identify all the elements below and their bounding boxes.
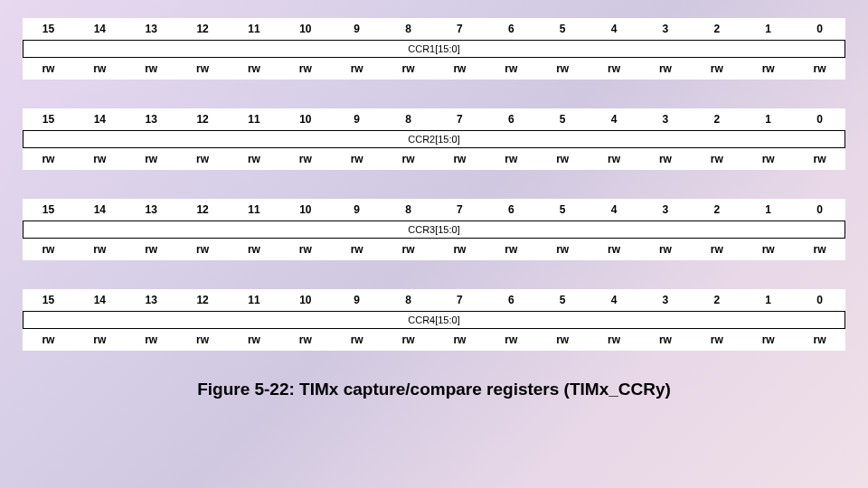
rw-label: rw — [331, 153, 382, 165]
bit-label: 2 — [691, 203, 742, 216]
rw-label: rw — [589, 333, 640, 346]
bit-label: 11 — [229, 203, 280, 216]
rw-label: rw — [537, 243, 589, 256]
register-block-ccr4: 15 14 13 12 11 10 9 8 7 6 5 4 3 2 1 0 CC… — [23, 289, 845, 351]
bit-label: 10 — [279, 23, 331, 35]
bit-label: 9 — [331, 294, 382, 306]
bit-label: 12 — [177, 294, 229, 306]
rw-label: rw — [640, 153, 692, 165]
bit-header-row: 15 14 13 12 11 10 9 8 7 6 5 4 3 2 1 0 — [23, 108, 845, 130]
rw-label: rw — [382, 333, 434, 346]
bit-label: 14 — [74, 113, 126, 126]
rw-label: rw — [486, 62, 537, 75]
rw-label: rw — [742, 62, 794, 75]
bit-label: 6 — [486, 113, 537, 126]
rw-label: rw — [229, 62, 280, 75]
figure-caption: Figure 5-22: TIMx capture/compare regist… — [23, 380, 845, 399]
bit-label: 10 — [279, 113, 331, 126]
bit-label: 15 — [23, 113, 74, 126]
bit-label: 14 — [74, 23, 126, 35]
bit-label: 11 — [229, 294, 280, 306]
rw-label: rw — [794, 62, 845, 75]
rw-row: rw rw rw rw rw rw rw rw rw rw rw rw rw r… — [23, 148, 845, 170]
bit-label: 1 — [742, 294, 794, 306]
rw-row: rw rw rw rw rw rw rw rw rw rw rw rw rw r… — [23, 58, 845, 80]
rw-label: rw — [589, 62, 640, 75]
rw-row: rw rw rw rw rw rw rw rw rw rw rw rw rw r… — [23, 239, 845, 260]
rw-label: rw — [434, 153, 486, 165]
rw-label: rw — [331, 62, 382, 75]
bit-label: 3 — [640, 113, 692, 126]
bit-label: 0 — [794, 203, 845, 216]
rw-label: rw — [537, 62, 589, 75]
rw-label: rw — [434, 243, 486, 256]
rw-label: rw — [742, 153, 794, 165]
bit-label: 8 — [382, 294, 434, 306]
rw-label: rw — [691, 153, 742, 165]
rw-label: rw — [742, 243, 794, 256]
bit-label: 13 — [126, 113, 177, 126]
field-name: CCR2[15:0] — [23, 130, 845, 148]
bit-label: 4 — [589, 203, 640, 216]
bit-label: 7 — [434, 113, 486, 126]
bit-label: 15 — [23, 294, 74, 306]
bit-label: 10 — [279, 294, 331, 306]
register-block-ccr1: 15 14 13 12 11 10 9 8 7 6 5 4 3 2 1 0 CC… — [23, 18, 845, 80]
bit-label: 7 — [434, 294, 486, 306]
bit-header-row: 15 14 13 12 11 10 9 8 7 6 5 4 3 2 1 0 — [23, 199, 845, 221]
rw-label: rw — [23, 153, 74, 165]
bit-label: 6 — [486, 23, 537, 35]
bit-label: 9 — [331, 113, 382, 126]
rw-label: rw — [382, 62, 434, 75]
rw-label: rw — [126, 62, 177, 75]
bit-label: 3 — [640, 203, 692, 216]
rw-label: rw — [74, 333, 126, 346]
rw-label: rw — [589, 153, 640, 165]
bit-label: 4 — [589, 23, 640, 35]
rw-label: rw — [177, 243, 229, 256]
bit-label: 1 — [742, 23, 794, 35]
rw-label: rw — [794, 333, 845, 346]
bit-header-row: 15 14 13 12 11 10 9 8 7 6 5 4 3 2 1 0 — [23, 289, 845, 311]
rw-label: rw — [537, 153, 589, 165]
bit-label: 5 — [537, 203, 589, 216]
bit-label: 8 — [382, 113, 434, 126]
rw-label: rw — [279, 333, 331, 346]
rw-label: rw — [229, 153, 280, 165]
bit-label: 15 — [23, 23, 74, 35]
rw-label: rw — [279, 62, 331, 75]
bit-label: 3 — [640, 23, 692, 35]
rw-label: rw — [382, 153, 434, 165]
rw-label: rw — [434, 333, 486, 346]
field-name: CCR3[15:0] — [23, 221, 845, 239]
bit-label: 5 — [537, 294, 589, 306]
bit-header-row: 15 14 13 12 11 10 9 8 7 6 5 4 3 2 1 0 — [23, 18, 845, 40]
rw-label: rw — [177, 153, 229, 165]
bit-label: 13 — [126, 203, 177, 216]
bit-label: 5 — [537, 113, 589, 126]
rw-label: rw — [486, 333, 537, 346]
bit-label: 12 — [177, 113, 229, 126]
rw-label: rw — [126, 333, 177, 346]
bit-label: 5 — [537, 23, 589, 35]
bit-label: 13 — [126, 23, 177, 35]
rw-label: rw — [74, 243, 126, 256]
bit-label: 11 — [229, 113, 280, 126]
rw-label: rw — [640, 333, 692, 346]
bit-label: 6 — [486, 203, 537, 216]
bit-label: 15 — [23, 203, 74, 216]
rw-label: rw — [279, 243, 331, 256]
bit-label: 7 — [434, 203, 486, 216]
rw-label: rw — [229, 333, 280, 346]
bit-label: 10 — [279, 203, 331, 216]
rw-label: rw — [434, 62, 486, 75]
rw-label: rw — [229, 243, 280, 256]
rw-label: rw — [126, 243, 177, 256]
bit-label: 12 — [177, 203, 229, 216]
bit-label: 0 — [794, 294, 845, 306]
rw-label: rw — [126, 153, 177, 165]
field-name: CCR4[15:0] — [23, 311, 845, 329]
rw-label: rw — [691, 333, 742, 346]
rw-label: rw — [794, 243, 845, 256]
rw-label: rw — [74, 62, 126, 75]
